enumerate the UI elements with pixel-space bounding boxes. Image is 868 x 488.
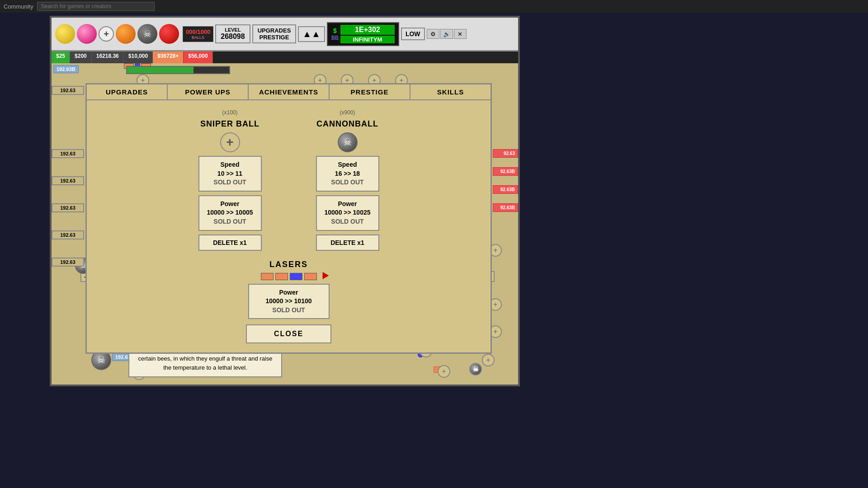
laser-seg-2 — [275, 273, 288, 280]
prestige-button[interactable]: UPGRADES PRESTIGE — [252, 24, 297, 43]
side-label-5: 192.63 — [52, 230, 84, 239]
tab-upgrades[interactable]: UPGRADES — [87, 84, 168, 99]
sniper-speed-label: Speed — [205, 160, 255, 169]
settings-panel: ⚙ 🔊 ✕ — [427, 29, 467, 39]
laser-bar — [261, 273, 317, 280]
cannon-speed-sold-out: SOLD OUT — [322, 178, 373, 187]
currency-4: $10,000 — [124, 52, 153, 63]
tab-skills[interactable]: SKILLS — [410, 84, 491, 99]
search-input[interactable] — [37, 2, 155, 11]
laser-seg-4 — [304, 273, 317, 280]
prestige-sub: PRESTIGE — [258, 34, 291, 41]
laser-power-label: Power — [255, 288, 323, 297]
tabs-row: UPGRADES POWER UPS ACHIEVEMENTS PRESTIGE… — [87, 84, 491, 100]
side-label-6: 192.63 — [52, 258, 84, 267]
settings-volume-button[interactable]: 🔊 — [440, 29, 453, 39]
balls-count: 000/1000 — [186, 28, 210, 35]
currency-3: 16218.36 — [92, 52, 124, 63]
prestige-label: UPGRADES — [258, 27, 291, 34]
settings-x-button[interactable]: ✕ — [454, 29, 467, 39]
laser-seg-1 — [261, 273, 274, 280]
right-box-3: 92.63B — [493, 185, 518, 194]
board-circle-7: + — [482, 354, 495, 366]
cannon-speed-range: 16 >> 18 — [322, 169, 373, 178]
sniper-ball-icon: + — [220, 132, 240, 152]
cannonball-col: (x900) CANNONBALL ☠ Speed 16 >> 18 SOLD … — [316, 109, 379, 251]
position-label: 192.63B — [53, 65, 79, 73]
currency-2: $200 — [70, 52, 92, 63]
side-label-1: 192.63 — [52, 86, 84, 95]
cannon-delete-button[interactable]: DELETE x1 — [316, 235, 379, 251]
lasers-section: LASERS Power 10000 >> 10100 SOLD OUT — [87, 260, 491, 353]
money-infinity: INFINITYM — [340, 36, 395, 43]
laser-power-sold-out: SOLD OUT — [255, 306, 323, 315]
money-symbol: $ — [333, 27, 337, 34]
community-label: Community — [4, 3, 33, 10]
game-container: + ☠ 000/1000 BALLS LEVEL 268098 UPGRADES… — [50, 16, 520, 386]
panel-content: (x100) SNIPER BALL + Speed 10 >> 11 SOLD… — [87, 100, 491, 260]
right-box-1: 92.63 — [493, 149, 518, 158]
laser-seg-3 — [290, 273, 302, 280]
tab-powerups[interactable]: POWER UPS — [168, 84, 249, 99]
low-label: LOW — [406, 30, 420, 38]
right-box-2: 92.63B — [493, 167, 518, 176]
board-circle-8: + — [438, 365, 450, 378]
sniper-delete-button[interactable]: DELETE x1 — [198, 235, 262, 251]
tab-prestige[interactable]: PRESTIGE — [330, 84, 410, 99]
hud: + ☠ 000/1000 BALLS LEVEL 268098 UPGRADES… — [52, 18, 518, 52]
board-skull-2: ☠ — [469, 363, 482, 375]
cannon-multiplier: (x900) — [340, 109, 355, 116]
close-button[interactable]: CLOSE — [246, 324, 331, 343]
cannon-speed-label: Speed — [322, 160, 373, 169]
skull-ball: ☠ — [137, 24, 157, 44]
money-bb: BB — [331, 35, 339, 41]
balls-info: 000/1000 BALLS — [183, 26, 213, 42]
sniper-ball-col: (x100) SNIPER BALL + Speed 10 >> 11 SOLD… — [198, 109, 262, 251]
currency-6: $56,000 — [184, 52, 212, 63]
cannon-speed-box[interactable]: Speed 16 >> 18 SOLD OUT — [316, 156, 379, 192]
low-button[interactable]: LOW — [401, 28, 425, 40]
red-ball — [159, 24, 179, 44]
settings-gear-button[interactable]: ⚙ — [427, 29, 439, 39]
cannon-ball-icon: ☠ — [338, 132, 358, 152]
cannon-power-label: Power — [322, 200, 373, 209]
add-ball-button[interactable]: + — [99, 26, 114, 42]
balls-label: BALLS — [186, 35, 210, 40]
laser-power-range: 10000 >> 10100 — [255, 297, 323, 306]
money-display: $ BB 1E+302 INFINITYM — [327, 22, 399, 46]
currency-1: $25 — [52, 52, 70, 63]
sniper-multiplier: (x100) — [222, 109, 237, 116]
currency-row: $25 $200 16218.36 $10,000 936728+ $56,00… — [52, 52, 518, 63]
game-board: 192.63B + + + + + + + + ◀ ▶ 192.63 192.6… — [52, 63, 518, 385]
level-label: LEVEL — [221, 27, 245, 33]
progress-fill — [127, 67, 193, 73]
upgrade-panel: UPGRADES POWER UPS ACHIEVEMENTS PRESTIGE… — [85, 83, 492, 354]
currency-5: 936728+ — [153, 52, 184, 63]
right-box-4: 92.63B — [493, 203, 518, 212]
arrows-button[interactable]: ▲▲ — [298, 26, 325, 42]
cannon-power-box[interactable]: Power 10000 >> 10025 SOLD OUT — [316, 195, 379, 231]
level-value: 268098 — [221, 33, 245, 41]
sniper-speed-box[interactable]: Speed 10 >> 11 SOLD OUT — [198, 156, 262, 192]
pink-ball — [77, 24, 97, 44]
level-display: LEVEL 268098 — [215, 24, 250, 43]
top-bar: Community — [0, 0, 868, 13]
sniper-power-label: Power — [205, 200, 255, 209]
side-label-3: 192.63 — [52, 176, 84, 185]
sniper-name: SNIPER BALL — [200, 119, 259, 129]
yellow-ball — [55, 24, 75, 44]
cannon-power-sold-out: SOLD OUT — [322, 217, 373, 226]
sniper-speed-range: 10 >> 11 — [205, 169, 255, 178]
laser-power-box[interactable]: Power 10000 >> 10100 SOLD OUT — [248, 284, 330, 319]
sniper-power-box[interactable]: Power 10000 >> 10005 SOLD OUT — [198, 195, 262, 231]
sniper-power-sold-out: SOLD OUT — [205, 217, 255, 226]
cannon-power-range: 10000 >> 10025 — [322, 208, 373, 217]
tab-achievements[interactable]: ACHIEVEMENTS — [249, 84, 330, 99]
side-label-4: 192.63 — [52, 203, 84, 212]
money-value: 1E+302 — [340, 25, 395, 35]
lasers-title: LASERS — [269, 260, 308, 269]
progress-bar — [126, 66, 230, 74]
orange-ball — [116, 24, 136, 44]
side-label-2: 192.63 — [52, 149, 84, 158]
cannon-name: CANNONBALL — [316, 119, 378, 129]
